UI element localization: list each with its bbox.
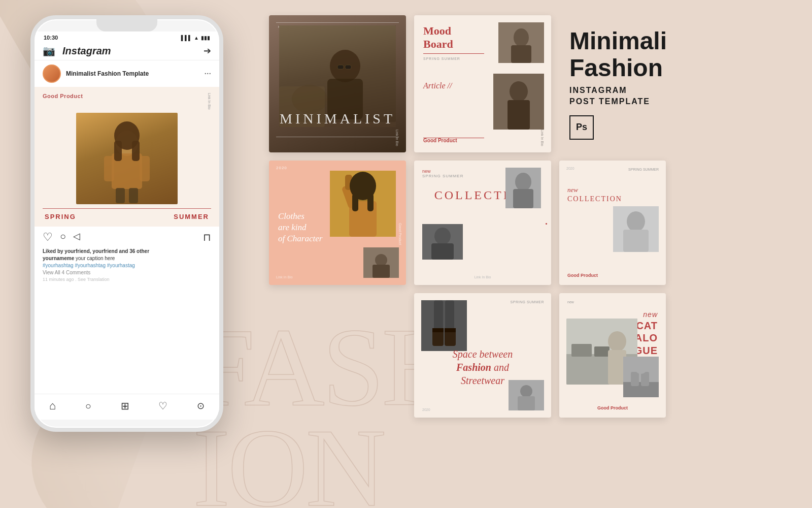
add-nav-icon[interactable]: ⊞ [121,400,129,412]
svg-rect-51 [518,396,535,410]
avatar [43,65,61,83]
comment-icon[interactable]: ○ [60,231,66,244]
card-line-top [276,22,399,23]
hashtag2: #yourhashtag [75,263,106,268]
svg-point-62 [634,360,648,374]
heart-nav-icon[interactable]: ♡ [158,400,167,412]
post-labels: Good Product Link In Bio [43,93,211,110]
main-title: Minimalist Fashion [569,28,656,82]
svg-rect-5 [129,188,138,203]
card-title-area: Minimalist Fashion INSTAGRAM POST TEMPLA… [559,15,666,152]
phone-notch [96,19,157,31]
search-nav-icon[interactable]: ○ [85,400,91,412]
svg-rect-12 [337,65,344,69]
post-actions: ♡ ○ ◁ ⊓ [35,227,219,248]
phone-time: 10:30 [44,35,58,41]
share-icon[interactable]: ◁ [73,231,80,244]
caption-line: yournameme your caption here [43,255,211,262]
svg-point-17 [514,28,529,47]
subtitle2: POST TEMPLATE [569,97,656,106]
send-icon[interactable]: ➔ [204,45,211,56]
card-moodboard: Mood Board SPRING SUMMER Article // [414,15,551,152]
status-icons: ▌▌▌ ▲ ▮▮▮ [181,35,210,41]
card-collection: new SPRING SUMMER COLLECTION Link In Bio [414,161,551,285]
mood-spring-summer: SPRING SUMMER [423,57,460,60]
status-bar: 10:30 ▌▌▌ ▲ ▮▮▮ [35,31,219,42]
space-photo-top [421,300,467,351]
ps-badge: Ps [569,115,594,140]
svg-point-37 [434,228,451,245]
catalogue-title: new CATALOGUE [634,307,658,357]
svg-rect-21 [507,100,530,130]
svg-rect-38 [431,243,454,260]
profile-nav-icon[interactable]: ⊙ [197,400,205,411]
space-spring: SPRING SUMMER [511,300,544,304]
mood-photo1-svg [498,22,544,63]
dots-menu[interactable]: ··· [205,69,212,79]
mood-article: Article // [423,81,452,90]
card6-good-product: Good Product [567,273,598,278]
mood-photo2-svg [493,74,544,130]
card-minimalist: new MINIMALIST Link In Bio [269,15,406,152]
spring-label: SPRING [45,213,76,220]
collection-photo-1 [505,168,541,208]
good-product-label: Good Product [43,93,83,110]
heart-icon[interactable]: ♡ [43,231,53,244]
likes-caption: Liked by yourfriend, yourfriend and 36 o… [35,248,219,285]
minimalist-person-photo [279,25,396,122]
mood-photo-1 [498,22,544,63]
svg-rect-55 [594,346,610,357]
card-space: SPRING SUMMER Space between Fashion [414,293,551,418]
catalogue-photo-2 [623,357,659,397]
templates-grid: new MINIMALIST Link In Bio [269,15,797,418]
signal-icon: ▌▌▌ [181,35,192,41]
svg-rect-44 [445,300,454,331]
instagram-logo: Instagram [62,45,111,57]
svg-rect-13 [345,65,351,69]
clothes-text: Clothes are kind of Character [278,211,322,244]
mood-photo-2 [493,74,544,130]
mood-board-title: Mood Board [423,24,453,51]
svg-rect-41 [623,230,649,252]
post-photo-inner [76,113,178,204]
collection-dot [546,223,547,225]
svg-rect-48 [445,328,456,332]
wifi-icon: ▲ [194,35,199,41]
hashtag3: #yourhastag [107,263,135,268]
svg-rect-28 [352,194,358,211]
svg-point-15 [292,85,327,113]
phone-outer: 10:30 ▌▌▌ ▲ ▮▮▮ 📷 Instagram ➔ M [30,15,223,432]
svg-point-50 [520,385,532,397]
mood-good-product: Good Product [423,138,457,143]
coll-photo1-svg [505,168,541,208]
view-comments[interactable]: View All 4 Comments [43,269,211,276]
svg-rect-8 [132,141,140,161]
space-bottom-svg [509,380,544,410]
svg-rect-60 [631,372,639,386]
svg-rect-47 [432,328,444,332]
clothes-svg [330,171,396,237]
collection-link: Link In Bio [414,275,551,279]
space-num: 2020 [422,408,430,411]
phone-screen: 10:30 ▌▌▌ ▲ ▮▮▮ 📷 Instagram ➔ M [35,31,219,420]
svg-point-40 [627,211,645,232]
card6-photo [613,206,659,252]
post-image-area: Good Product Link In Bio [35,87,219,227]
home-nav-icon[interactable]: ⌂ [49,399,56,412]
bookmark-icon[interactable]: ⊓ [203,231,211,243]
instagram-header: 📷 Instagram ➔ [35,42,219,60]
phone-mockup: 10:30 ▌▌▌ ▲ ▮▮▮ 📷 Instagram ➔ M [15,15,239,493]
card4-num: 2020 [276,166,287,170]
svg-rect-32 [373,265,390,278]
space-bottom-photo [509,380,544,410]
camera-icon[interactable]: 📷 [43,45,55,57]
time-ago: 11 minutes ago . See Translation [43,276,211,283]
woman-silhouette [76,113,178,204]
liked-by-text: Liked by yourfriend, yourfriend and 36 o… [43,248,149,254]
mood-link: Link In Bio [540,130,544,146]
svg-rect-2 [104,156,114,181]
card1-minimalist-text: MINIMALIST [269,111,406,127]
spring-summer-bar: SPRING SUMMER [43,208,211,220]
card4-link: Link In Bio [276,275,293,279]
svg-rect-35 [513,189,533,208]
